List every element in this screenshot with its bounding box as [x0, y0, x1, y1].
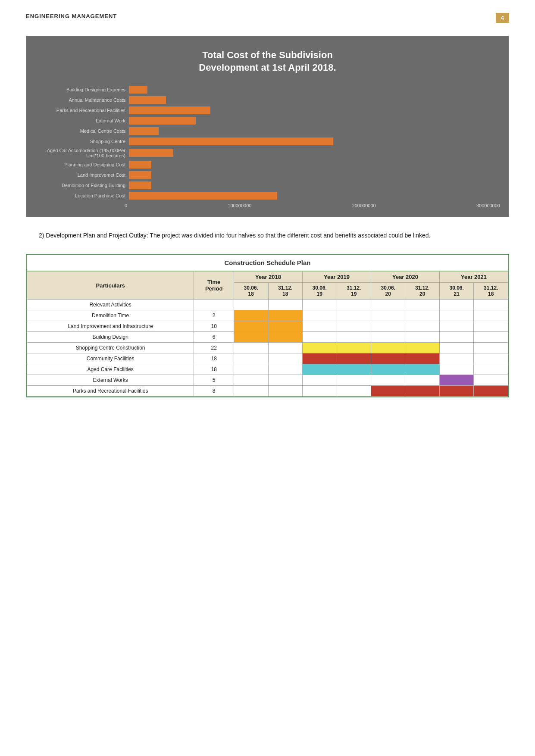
- chart-bar-row: Shopping Centre: [39, 137, 500, 145]
- row-time: 18: [194, 353, 234, 364]
- row-cell: [474, 386, 508, 397]
- table-row: Community Facilities18: [27, 353, 508, 364]
- row-cell: [337, 332, 371, 343]
- row-cell: [234, 353, 268, 364]
- row-label: Relevant Activities: [27, 300, 194, 310]
- row-cell: [371, 375, 405, 386]
- chart-bar-label: Medical Centre Costs: [39, 128, 125, 134]
- row-cell: [371, 332, 405, 343]
- row-cell: [371, 343, 405, 353]
- table-row: Aged Care Facilities18: [27, 364, 508, 375]
- col-time: TimePeriod: [194, 272, 234, 300]
- row-cell: [439, 364, 473, 375]
- chart-bar-label: Parks and Recreational Facilities: [39, 108, 125, 113]
- table-header: Construction Schedule Plan: [27, 255, 508, 271]
- bar-area: [129, 171, 500, 179]
- chart-bar-row: Land Improvemet Cost: [39, 171, 500, 179]
- chart-bar-row: Medical Centre Costs: [39, 127, 500, 135]
- row-cell: [371, 310, 405, 321]
- row-label: Building Design: [27, 332, 194, 343]
- row-cell: [474, 343, 508, 353]
- row-label: Community Facilities: [27, 353, 194, 364]
- row-cell: [303, 386, 337, 397]
- row-cell: [439, 375, 473, 386]
- row-cell: [337, 375, 371, 386]
- col-year2019: Year 2019: [303, 272, 371, 283]
- row-cell: [337, 300, 371, 310]
- row-time: 2: [194, 310, 234, 321]
- table-row: Relevant Activities: [27, 300, 508, 310]
- row-cell: [337, 321, 371, 332]
- row-cell: [439, 386, 473, 397]
- row-cell: [337, 310, 371, 321]
- row-cell: [303, 310, 337, 321]
- page-number: 4: [496, 13, 509, 23]
- table-section: Construction Schedule Plan Particulars T…: [26, 254, 509, 397]
- row-label: Shopping Centre Construction: [27, 343, 194, 353]
- row-cell: [303, 321, 337, 332]
- row-cell: [234, 386, 268, 397]
- row-time: 8: [194, 386, 234, 397]
- row-cell: [405, 386, 439, 397]
- chart-bar-label: External Work: [39, 118, 125, 123]
- row-cell: [405, 332, 439, 343]
- row-cell: [337, 364, 371, 375]
- bar: [129, 137, 333, 145]
- row-cell: [371, 364, 405, 375]
- row-cell: [405, 300, 439, 310]
- table-row: Land Improvement and Infrastructure10: [27, 321, 508, 332]
- chart-bar-row: Demolition of Existing Building: [39, 181, 500, 189]
- x-axis: 0 100000000 200000000 300000000: [125, 203, 500, 208]
- page-header: ENGINEERING MANAGEMENT 4: [26, 13, 509, 23]
- row-time: 18: [194, 364, 234, 375]
- chart-bar-label: Location Purchase Cost: [39, 193, 125, 198]
- row-label: Land Improvement and Infrastructure: [27, 321, 194, 332]
- bar: [129, 117, 196, 125]
- row-label: Parks and Recreational Facilities: [27, 386, 194, 397]
- chart-bar-label: Building Designing Expenes: [39, 87, 125, 92]
- bar: [129, 96, 166, 104]
- row-cell: [474, 300, 508, 310]
- row-cell: [268, 300, 302, 310]
- chart-bar-row: Planning and Designing Cost: [39, 161, 500, 169]
- row-cell: [234, 321, 268, 332]
- row-label: External Works: [27, 375, 194, 386]
- table-row: Demolition Time2: [27, 310, 508, 321]
- schedule-table: Particulars TimePeriod Year 2018 Year 20…: [27, 271, 508, 397]
- chart-title: Total Cost of the SubdivisionDevelopment…: [35, 49, 500, 74]
- bar: [129, 161, 151, 169]
- row-cell: [303, 343, 337, 353]
- row-cell: [268, 332, 302, 343]
- bar: [129, 127, 159, 135]
- bar-area: [129, 96, 500, 104]
- row-cell: [234, 364, 268, 375]
- col-year2021: Year 2021: [439, 272, 508, 283]
- row-cell: [405, 310, 439, 321]
- chart-bar-row: Location Purchase Cost: [39, 192, 500, 200]
- bar: [129, 149, 173, 157]
- row-cell: [268, 353, 302, 364]
- row-cell: [268, 310, 302, 321]
- table-row: Building Design6: [27, 332, 508, 343]
- row-cell: [371, 353, 405, 364]
- bar-area: [129, 117, 500, 125]
- table-header-row: Particulars TimePeriod Year 2018 Year 20…: [27, 272, 508, 283]
- col-year2018: Year 2018: [234, 272, 303, 283]
- row-label: Demolition Time: [27, 310, 194, 321]
- row-cell: [439, 300, 473, 310]
- bar-area: [129, 161, 500, 169]
- table-row: External Works5: [27, 375, 508, 386]
- row-cell: [303, 332, 337, 343]
- row-cell: [303, 300, 337, 310]
- table-title: Construction Schedule Plan: [27, 255, 508, 271]
- bar: [129, 192, 277, 200]
- row-cell: [439, 353, 473, 364]
- bar-area: [129, 149, 500, 157]
- row-time: [194, 300, 234, 310]
- chart-bar-row: External Work: [39, 117, 500, 125]
- row-cell: [405, 353, 439, 364]
- row-time: 10: [194, 321, 234, 332]
- row-cell: [268, 343, 302, 353]
- bar-area: [129, 181, 500, 189]
- row-time: 6: [194, 332, 234, 343]
